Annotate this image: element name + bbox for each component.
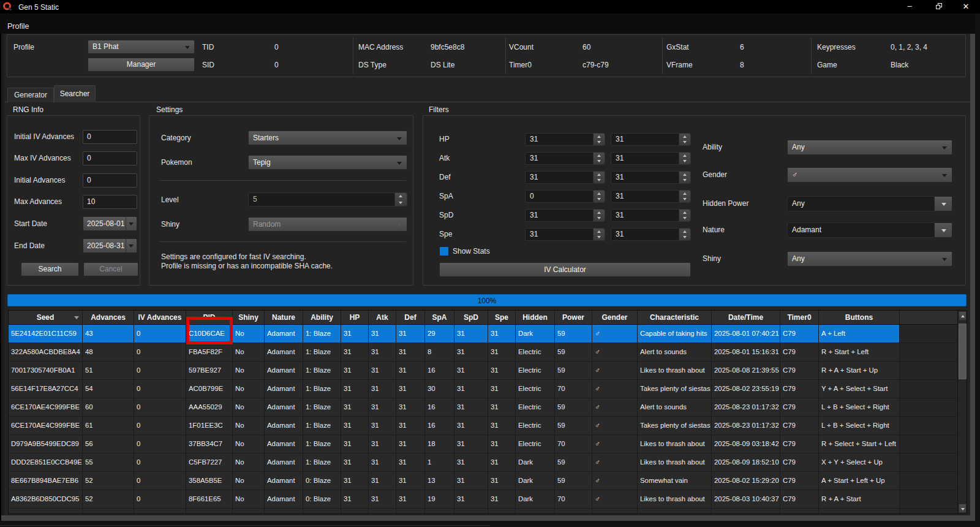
profile-combo[interactable]: B1 Phat <box>88 40 195 54</box>
restore-button[interactable] <box>929 0 947 13</box>
profile-field-label: SID <box>202 61 214 70</box>
column-header-power[interactable]: Power <box>555 311 592 324</box>
table-row[interactable]: 6CE170AE4C999FBE600AAA55029NoAdamant1: B… <box>9 398 957 417</box>
spin-buttons[interactable] <box>593 210 605 221</box>
spin-buttons[interactable] <box>679 191 690 202</box>
table-row[interactable]: 8E667B894BAE7EB6520358A5B5ENoAdamant0: B… <box>9 472 957 490</box>
spin-buttons[interactable] <box>593 153 605 164</box>
column-header-spe[interactable]: Spe <box>488 311 516 324</box>
column-header-advances[interactable]: Advances <box>83 311 134 324</box>
stat-max-spinbox[interactable]: 31 <box>611 171 691 184</box>
column-header-iv-advances[interactable]: IV Advances <box>134 311 186 324</box>
spin-buttons[interactable] <box>679 210 690 221</box>
column-header-spd[interactable]: SpD <box>454 311 488 324</box>
filter-select-ability[interactable]: Any <box>787 140 952 155</box>
close-button[interactable]: ✕ <box>957 0 975 13</box>
rng-field-input[interactable]: 0 <box>83 130 137 144</box>
profile-separator <box>505 37 506 74</box>
stat-max-spinbox[interactable]: 31 <box>611 190 691 203</box>
stat-min-spinbox[interactable]: 31 <box>525 209 605 222</box>
column-header-date-time[interactable]: Date/Time <box>712 311 780 324</box>
tab-searcher[interactable]: Searcher <box>54 85 96 102</box>
iv-calculator-button[interactable]: IV Calculator <box>439 262 691 277</box>
table-row[interactable]: DDD2E851E0CCB49E550C5FB7227NoAdamant1: B… <box>9 453 957 472</box>
column-header-buttons[interactable]: Buttons <box>819 311 900 324</box>
rng-field-input[interactable]: 0 <box>83 173 137 188</box>
spin-buttons[interactable] <box>679 229 690 240</box>
table-row[interactable]: 6CE170AE4C999FBE6101F01EE3CNoAdamant1: B… <box>9 417 957 435</box>
column-header-def[interactable]: Def <box>396 311 425 324</box>
table-row[interactable]: 322A580ACBDBE8A4480FBA5F82FNoAdamant1: B… <box>9 343 957 362</box>
profile-field-value: 0 <box>274 61 279 70</box>
rng-field-input[interactable]: 0 <box>83 151 137 165</box>
table-header-filler <box>900 311 957 324</box>
cancel-button[interactable]: Cancel <box>83 262 138 276</box>
column-header-hp[interactable]: HP <box>341 311 369 324</box>
vertical-scrollbar[interactable] <box>957 311 967 514</box>
column-header-hidden[interactable]: Hidden <box>516 311 555 324</box>
stat-min-spinbox[interactable]: 31 <box>525 228 605 241</box>
combo-drop-button[interactable] <box>934 222 952 238</box>
show-stats-checkbox[interactable] <box>440 247 448 256</box>
row-filler <box>900 343 957 361</box>
spin-buttons[interactable] <box>679 153 690 164</box>
stat-min-spinbox[interactable]: 31 <box>525 133 605 146</box>
table-row[interactable]: A8362B6D850CDC955208F661E65NoAdamant0: B… <box>9 490 957 509</box>
search-button[interactable]: Search <box>21 262 79 276</box>
column-header-gender[interactable]: Gender <box>592 311 638 324</box>
filter-select-label: Hidden Power <box>703 199 748 208</box>
scroll-thumb[interactable] <box>959 324 967 379</box>
stat-max-spinbox[interactable]: 31 <box>611 133 691 146</box>
spin-buttons[interactable] <box>593 191 605 202</box>
cell-hidden: Electric <box>516 343 555 361</box>
stat-min-spinbox[interactable]: 31 <box>525 171 605 184</box>
spin-buttons[interactable] <box>679 134 690 145</box>
stat-max-spinbox[interactable]: 31 <box>611 209 691 222</box>
manager-button[interactable]: Manager <box>88 58 195 72</box>
filter-select-shiny[interactable]: Any <box>787 251 952 267</box>
column-header-timer0[interactable]: Timer0 <box>780 311 819 324</box>
category-combo[interactable]: Starters <box>248 131 407 145</box>
column-header-seed[interactable]: Seed <box>9 311 83 324</box>
table-row[interactable]: 70017305740FB0A1510597BE927NoAdamant1: B… <box>9 362 957 380</box>
column-header-characteristic[interactable]: Characteristic <box>638 311 712 324</box>
menu-item-profile[interactable]: Profile <box>7 22 29 31</box>
spin-buttons[interactable] <box>593 229 605 240</box>
cell-hidden: Electric <box>516 398 555 416</box>
minimize-button[interactable]: – <box>900 0 919 13</box>
filter-select-gender[interactable]: ♂ <box>787 167 952 183</box>
pokemon-combo[interactable]: Tepig <box>248 155 407 170</box>
column-header-atk[interactable]: Atk <box>369 311 396 324</box>
shiny-combo[interactable]: Random <box>248 217 407 232</box>
date-combo[interactable]: 2025-08-01 <box>83 216 137 231</box>
combo-drop-button[interactable] <box>934 196 952 211</box>
spin-down-icon <box>683 217 687 219</box>
column-header-shiny[interactable]: Shiny <box>233 311 265 324</box>
stat-min-spinbox[interactable]: 0 <box>525 190 605 203</box>
scroll-down-button[interactable] <box>959 504 967 513</box>
date-combo[interactable]: 2025-08-31 <box>83 238 137 253</box>
table-row[interactable]: 5E24142E01C11C59430C10D6CAENoAdamant1: B… <box>9 325 957 343</box>
stat-max-spinbox[interactable]: 31 <box>611 228 691 241</box>
date-combo-button[interactable] <box>126 239 137 252</box>
column-header-ability[interactable]: Ability <box>303 311 341 324</box>
pokemon-combo-value: Tepig <box>253 158 271 167</box>
scroll-up-button[interactable] <box>959 311 967 320</box>
table-row[interactable]: 56E14F17E8A27CC4540AC0B799ENoAdamant1: B… <box>9 380 957 398</box>
table-row[interactable]: D979A9B5499EDC8956037BB34C7NoAdamant1: B… <box>9 435 957 453</box>
cell-advances: 56 <box>83 435 134 453</box>
filter-select-hidden-power[interactable]: Any <box>787 196 952 211</box>
tab-generator[interactable]: Generator <box>7 88 54 102</box>
date-combo-button[interactable] <box>126 217 137 230</box>
spin-buttons[interactable] <box>679 172 690 183</box>
rng-field-input[interactable]: 10 <box>83 195 137 209</box>
level-spinbox[interactable]: 5 <box>248 192 407 207</box>
filter-select-nature[interactable]: Adamant <box>787 222 952 238</box>
stat-min-spinbox[interactable]: 31 <box>525 152 605 165</box>
spin-buttons[interactable] <box>593 134 605 145</box>
column-header-nature[interactable]: Nature <box>265 311 303 324</box>
stat-max-spinbox[interactable]: 31 <box>611 152 691 165</box>
column-header-spa[interactable]: SpA <box>425 311 454 324</box>
level-spin-buttons[interactable] <box>394 193 407 206</box>
spin-buttons[interactable] <box>593 172 605 183</box>
